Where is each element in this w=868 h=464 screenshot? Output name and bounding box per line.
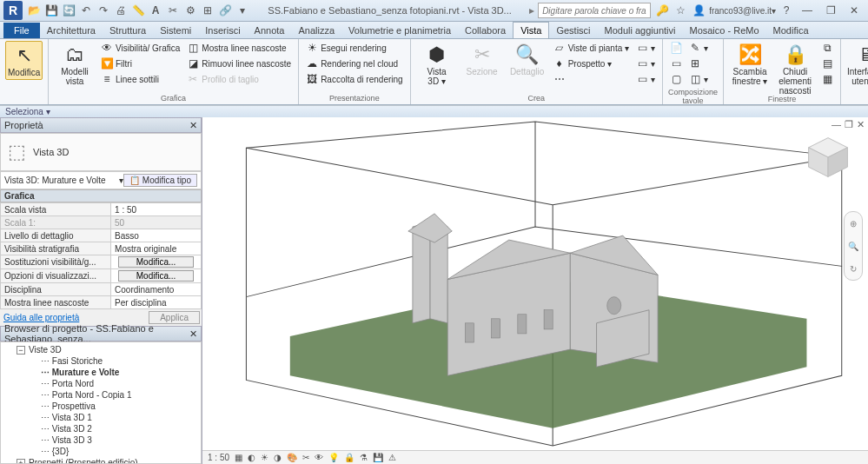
close-icon[interactable]: ✕ [189,328,197,340]
prospetto-button[interactable]: ♦Prospetto ▾ [552,56,631,70]
vc-render-icon[interactable]: 🎨 [287,453,297,462]
undo-icon[interactable]: ↶ [78,3,94,18]
expand-icon[interactable]: + [17,459,25,464]
print-icon[interactable]: 🖨 [113,3,129,18]
tree-item[interactable]: ⋯ {3D} [3,446,199,457]
viste-pianta-button[interactable]: ▱Viste di pianta ▾ [552,41,631,55]
settings-icon[interactable]: ⚙ [182,3,198,18]
nav-orbit-icon[interactable]: ↻ [850,264,857,274]
signin-icon[interactable]: 👤 [691,3,706,18]
nav-arrow-icon[interactable]: ▸ [529,4,534,17]
mostra-linee-button[interactable]: ◫Mostra linee nascoste [185,41,293,55]
properties-header[interactable]: Proprietà ✕ [0,117,202,133]
link-icon[interactable]: 🔗 [217,3,233,18]
tree-item[interactable]: ⋯ Porta Nord - Copia 1 [3,389,199,401]
tab-annota[interactable]: Annota [248,23,292,38]
edit-type-button[interactable]: 📋 Modifica tipo [123,174,197,187]
tree-node-prospetti[interactable]: +Prospetti (Prospetto edificio) [3,457,199,464]
vp-close-icon[interactable]: ✕ [857,119,865,130]
tree-item[interactable]: ⋯ Murature e Volte [3,367,199,378]
tab-mosaico[interactable]: Mosaico - ReMo [682,23,765,38]
vc-analyt-icon[interactable]: ⚗ [360,453,368,462]
instance-selector[interactable]: Vista 3D: Murature e Volte [4,176,119,185]
filtri-button[interactable]: 🔽Filtri [99,56,182,70]
prop-edit-button[interactable]: Modifica... [118,270,195,282]
vc-style-icon[interactable]: ◐ [248,453,255,462]
browser-header[interactable]: Browser di progetto - SS.Fabiano e Sebas… [0,326,202,341]
dropdown-icon[interactable]: ▾ [235,3,250,18]
prop-value[interactable]: Coordinamento [111,283,202,296]
help-icon[interactable]: ? [779,3,794,18]
keyshot-icon[interactable]: 🔑 [654,3,670,18]
vc-warn-icon[interactable]: ⚠ [388,453,396,462]
file-tab[interactable]: File [3,23,40,38]
restore-button[interactable]: ❐ [820,3,841,18]
star-icon[interactable]: ☆ [673,3,688,18]
more-crea-button[interactable]: ⋯ [552,72,631,86]
view-cube[interactable] [804,133,852,182]
grid-icon[interactable]: ⊞ [200,3,215,18]
vp-max-icon[interactable]: ❐ [845,119,853,130]
tab-volumetrie[interactable]: Volumetrie e planimetria [341,23,458,38]
tab-sistemi[interactable]: Sistemi [153,23,198,38]
prop-value[interactable]: Basso [111,229,202,242]
tab-gestisci[interactable]: Gestisci [549,23,597,38]
tree-node-viste3d[interactable]: −Viste 3D [3,344,199,355]
tree-item[interactable]: ⋯ Vista 3D 2 [3,423,199,434]
crea-mini1[interactable]: ▭▾ [634,41,657,55]
tree-item[interactable]: ⋯ Porta Nord [3,378,199,389]
tab-inserisci[interactable]: Inserisci [198,23,247,38]
section-grafica[interactable]: Grafica [0,189,202,202]
save-icon[interactable]: 💾 [43,3,59,18]
raccolta-rendering-button[interactable]: 🖼Raccolta di rendering [304,72,405,86]
tree-item[interactable]: ⋯ Prospettiva [3,401,199,412]
comp-mini4[interactable]: ✎▾ [687,41,710,55]
close-button[interactable]: ✕ [844,3,865,18]
account-label[interactable]: franco93@live.it▾ [709,6,776,16]
scambia-finestre-button[interactable]: 🔀 Scambia finestre ▾ [729,41,771,88]
dettaglio-button[interactable]: 🔍 Dettaglio [507,41,548,78]
win-mini1[interactable]: ⧉ [819,41,835,55]
vc-detail-icon[interactable]: ▦ [235,453,242,462]
nav-bar[interactable]: ⊕ 🔍 ↻ [844,211,863,281]
project-browser[interactable]: −Viste 3D ⋯ Fasi Storiche⋯ Murature e Vo… [0,341,202,464]
search-input[interactable] [538,3,651,18]
profilo-taglio-button[interactable]: ✂Profilo di taglio [185,72,293,86]
win-mini2[interactable]: ▤ [819,56,835,70]
vc-shadow-icon[interactable]: ◑ [274,453,282,462]
vista3d-button[interactable]: ⬢ Vista 3D ▾ [416,41,458,88]
prop-value[interactable]: Mostra originale [111,242,202,255]
tab-analizza[interactable]: Analizza [291,23,341,38]
vc-crop-icon[interactable]: ✂ [302,453,309,462]
vc-lock-icon[interactable]: 🔒 [344,453,354,462]
linee-sottili-button[interactable]: ≡Linee sottili [99,72,182,86]
open-icon[interactable]: 📂 [26,3,42,18]
prop-value[interactable]: 50 [111,216,202,229]
viewport-3d[interactable]: ― ❐ ✕ [202,117,868,450]
properties-type[interactable]: ⬚ Vista 3D [0,133,202,171]
esegui-rendering-button[interactable]: ☀Esegui rendering [304,41,405,55]
chiudi-nascosti-button[interactable]: 🔒 Chiudi elementi nascosti [774,41,816,97]
tab-struttura[interactable]: Struttura [103,23,153,38]
tab-modifica[interactable]: Modifica [766,23,816,38]
prop-value[interactable]: Modifica... [111,269,202,283]
vc-reveal-icon[interactable]: 💡 [328,453,339,462]
sync-icon[interactable]: 🔄 [61,3,76,18]
collapse-icon[interactable]: − [17,346,25,355]
tab-architettura[interactable]: Architettura [40,23,103,38]
vc-save-icon[interactable]: 💾 [373,453,383,462]
scale-label[interactable]: 1 : 50 [208,453,229,462]
win-mini3[interactable]: ▦ [819,72,835,86]
comp-mini6[interactable]: ◫▾ [687,72,710,86]
vp-min-icon[interactable]: ― [832,119,841,130]
rendering-cloud-button[interactable]: ☁Rendering nel cloud [304,56,405,70]
prop-value[interactable]: Modifica... [111,255,202,269]
prop-value[interactable]: 1 : 50 [111,203,202,216]
tab-collabora[interactable]: Collabora [458,23,513,38]
modifica-button[interactable]: ↖ Modifica [5,41,43,80]
close-icon[interactable]: ✕ [189,120,197,131]
comp-mini3[interactable]: ▢ [668,72,684,86]
crea-mini2[interactable]: ▭▾ [634,56,657,70]
comp-mini2[interactable]: ▭ [668,56,684,70]
prop-value[interactable]: Per disciplina [111,296,202,309]
